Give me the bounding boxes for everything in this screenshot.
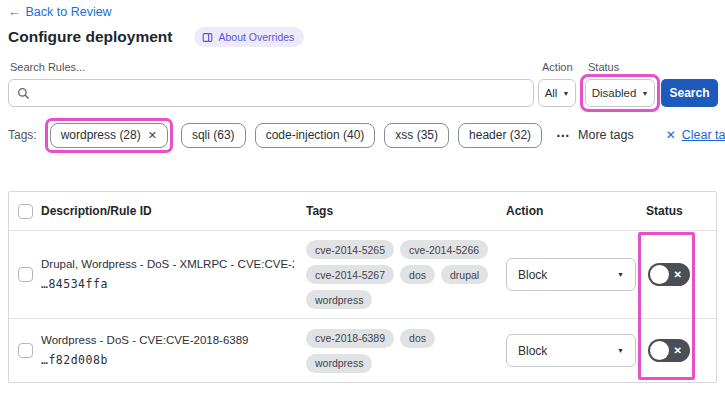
back-arrow-icon: ← <box>8 5 21 19</box>
clear-tags-label: Clear tags <box>682 128 725 142</box>
back-to-review-link[interactable]: ← Back to Review <box>8 5 112 19</box>
rule-tag-pill: cve-2014-5267 <box>306 265 394 284</box>
action-filter-label: Action <box>542 61 573 73</box>
rule-tag-pill: drupal <box>441 265 488 284</box>
about-overrides-label: About Overrides <box>218 31 294 43</box>
chevron-down-icon: ▼ <box>562 90 569 97</box>
chevron-down-icon: ▼ <box>617 271 624 278</box>
search-icon <box>17 87 30 100</box>
tag-filter-chip[interactable]: code-injection (40) <box>255 123 376 148</box>
search-rules-box <box>8 79 534 107</box>
action-dropdown[interactable]: Block ▼ <box>506 258 636 291</box>
selected-tag-label: wordpress (28) <box>61 128 141 142</box>
status-filter-value: Disabled <box>592 87 637 99</box>
rule-id: …84534ffa <box>41 277 294 291</box>
rule-description: Drupal, Wordpress - DoS - XMLRPC - CVE:C… <box>41 258 294 270</box>
action-filter-dropdown[interactable]: All ▼ <box>538 79 576 107</box>
tag-filter-chip[interactable]: header (32) <box>458 123 542 148</box>
row-checkbox[interactable] <box>18 267 33 282</box>
toggle-off-icon: ✕ <box>674 346 682 356</box>
document-icon <box>202 32 213 43</box>
tag-filter-chip[interactable]: xss (35) <box>384 123 449 148</box>
tag-chip-wordpress-selected[interactable]: wordpress (28) ✕ <box>50 123 168 148</box>
toggle-off-icon: ✕ <box>674 270 682 280</box>
rule-tag-pill: dos <box>400 329 435 348</box>
row-checkbox[interactable] <box>18 343 33 358</box>
tag-filter-chip-label: header (32) <box>469 128 531 142</box>
rule-tag-pill: dos <box>400 265 435 284</box>
about-overrides-badge[interactable]: About Overrides <box>194 27 304 47</box>
toggle-knob <box>650 341 669 360</box>
rule-tag-pill: wordpress <box>306 354 372 373</box>
column-header-tags: Tags <box>306 204 506 218</box>
clear-tags-link[interactable]: ✕ Clear tags <box>666 128 725 142</box>
status-filter-label: Status <box>588 61 619 73</box>
action-value: Block <box>518 268 547 282</box>
tag-filter-chip[interactable]: sqli (63) <box>181 123 246 148</box>
tag-filter-chip-label: xss (35) <box>395 128 438 142</box>
page-title: Configure deployment <box>8 28 172 46</box>
rule-tag-pill: cve-2014-5266 <box>400 240 488 259</box>
title-row: Configure deployment About Overrides <box>8 27 304 47</box>
tag-filter-chip-label: code-injection (40) <box>266 128 365 142</box>
table-row: Drupal, Wordpress - DoS - XMLRPC - CVE:C… <box>9 230 716 318</box>
action-dropdown[interactable]: Block ▼ <box>506 334 636 367</box>
status-toggle[interactable]: ✕ <box>648 263 690 286</box>
status-toggle[interactable]: ✕ <box>648 339 690 362</box>
back-link-label: Back to Review <box>26 5 112 19</box>
status-filter-dropdown[interactable]: Disabled ▼ <box>585 79 655 107</box>
chevron-down-icon: ▼ <box>617 347 624 354</box>
rule-tag-pill: cve-2018-6389 <box>306 329 394 348</box>
action-value: Block <box>518 344 547 358</box>
column-header-action: Action <box>506 204 646 218</box>
search-button[interactable]: Search <box>661 79 718 107</box>
rule-id: …f82d008b <box>41 353 294 367</box>
remove-tag-icon[interactable]: ✕ <box>148 129 157 142</box>
rules-table: Description/Rule ID Tags Action Status D… <box>8 191 717 383</box>
more-tags-label: More tags <box>578 128 634 142</box>
table-row: Wordpress - DoS - CVE:CVE-2018-6389 …f82… <box>9 318 716 382</box>
select-all-checkbox[interactable] <box>18 204 33 219</box>
tag-filter-list: sqli (63) code-injection (40) xss (35) h… <box>181 123 542 148</box>
rules-table-header: Description/Rule ID Tags Action Status <box>9 192 716 230</box>
toggle-knob <box>650 265 669 284</box>
tags-bar-label: Tags: <box>8 128 37 142</box>
more-tags-button[interactable]: ⋯ More tags <box>556 127 634 143</box>
rule-tag-pill: wordpress <box>306 290 372 309</box>
tag-filter-chip-label: sqli (63) <box>192 128 235 142</box>
column-header-description: Description/Rule ID <box>41 204 306 218</box>
search-rules-input[interactable] <box>36 86 533 100</box>
ellipsis-icon: ⋯ <box>556 127 571 143</box>
highlight-annotation-status-filter: Disabled ▼ <box>580 74 660 112</box>
rule-tag-pill: cve-2014-5265 <box>306 240 394 259</box>
rule-tags: cve-2014-5265cve-2014-5266cve-2014-5267d… <box>306 240 506 309</box>
chevron-down-icon: ▼ <box>641 90 648 97</box>
highlight-annotation-selected-tag: wordpress (28) ✕ <box>45 118 173 153</box>
rule-tags: cve-2018-6389doswordpress <box>306 329 506 373</box>
tags-bar: Tags: wordpress (28) ✕ sqli (63) code-in… <box>8 117 718 153</box>
column-header-status: Status <box>646 204 716 218</box>
rules-table-body: Drupal, Wordpress - DoS - XMLRPC - CVE:C… <box>9 230 716 382</box>
search-rules-label: Search Rules... <box>10 61 85 73</box>
clear-icon: ✕ <box>666 128 676 142</box>
rule-description: Wordpress - DoS - CVE:CVE-2018-6389 <box>41 334 294 346</box>
action-filter-value: All <box>545 87 558 99</box>
